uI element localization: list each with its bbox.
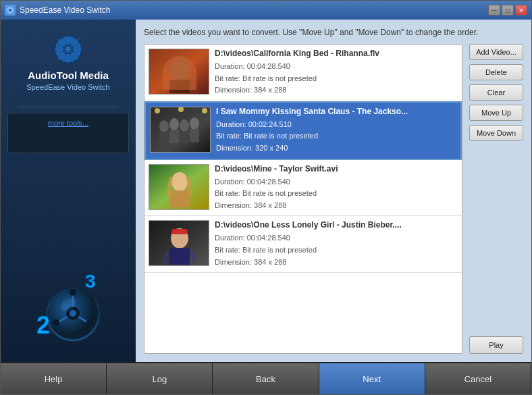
title-bar-text: SpeedEase Video Switch — [5, 5, 111, 16]
add-video-button[interactable]: Add Video... — [469, 44, 523, 60]
video-thumbnail-2 — [149, 164, 209, 210]
app-subtitle: SpeedEase Video Switch — [26, 83, 109, 91]
help-button[interactable]: Help — [1, 363, 107, 394]
panel-body: D:\videos\California King Bed - Rihanna.… — [144, 44, 523, 354]
svg-point-30 — [180, 120, 189, 132]
cancel-button[interactable]: Cancel — [425, 363, 531, 394]
svg-rect-25 — [169, 80, 190, 93]
video-title-3: D:\videos\One Less Lonely Girl - Justin … — [215, 220, 458, 230]
app-title: AudioTool Media — [28, 70, 109, 82]
window-title: SpeedEase Video Switch — [20, 5, 111, 15]
svg-text:3: 3 — [85, 271, 96, 292]
video-bitrate-2: Bit rate: Bit rate is not preseted — [215, 188, 458, 200]
svg-point-31 — [190, 117, 199, 130]
buttons-panel: Add Video... Delete Clear Move Up Move D… — [469, 44, 523, 354]
sidebar: AudioTool Media SpeedEase Video Switch m… — [1, 20, 136, 362]
maximize-button[interactable]: □ — [502, 5, 514, 16]
svg-rect-27 — [151, 107, 211, 153]
app-icon — [5, 5, 16, 16]
video-thumbnail-0 — [149, 49, 209, 95]
svg-point-41 — [171, 172, 188, 191]
video-bitrate-0: Bit rate: Bit rate is not preseted — [215, 73, 458, 85]
video-item-2[interactable]: D:\videos\Mine - Taylor Swift.avi Durati… — [144, 160, 462, 217]
minimize-button[interactable]: ─ — [488, 5, 500, 16]
logo-area: AudioTool Media SpeedEase Video Switch — [7, 26, 129, 101]
svg-point-1 — [9, 9, 11, 11]
video-duration-0: Duration: 00:04:28.540 — [215, 61, 458, 73]
svg-point-24 — [169, 57, 190, 82]
video-info-3: D:\videos\One Less Lonely Girl - Justin … — [215, 220, 458, 268]
video-dimension-0: Dimension: 384 x 288 — [215, 84, 458, 97]
sidebar-divider — [20, 107, 117, 107]
video-duration-3: Duration: 00:04:28.540 — [215, 232, 458, 244]
move-up-button[interactable]: Move Up — [469, 105, 523, 121]
svg-rect-46 — [169, 248, 190, 265]
video-title-1: I Saw Mommy Kissing Santa Claus - The Ja… — [216, 107, 456, 116]
video-duration-2: Duration: 00:04:28.540 — [215, 176, 458, 188]
button-spacer — [469, 145, 523, 332]
log-button[interactable]: Log — [107, 363, 213, 394]
svg-text:2: 2 — [36, 311, 50, 339]
svg-rect-34 — [180, 131, 189, 144]
move-down-button[interactable]: Move Down — [469, 125, 523, 141]
app-logo-icon — [52, 33, 84, 65]
video-item-1[interactable]: I Saw Mommy Kissing Santa Claus - The Ja… — [144, 101, 462, 160]
video-thumbnail-1 — [150, 107, 211, 153]
title-bar: SpeedEase Video Switch ─ □ ✕ — [1, 1, 531, 20]
svg-rect-35 — [190, 129, 199, 142]
clear-button[interactable]: Clear — [469, 84, 523, 101]
svg-point-36 — [155, 108, 160, 113]
play-button[interactable]: Play — [469, 336, 523, 354]
svg-point-28 — [159, 120, 169, 132]
svg-rect-32 — [159, 132, 169, 145]
video-title-2: D:\videos\Mine - Taylor Swift.avi — [215, 164, 458, 174]
right-panel: Select the videos you want to convert. U… — [136, 20, 531, 362]
video-dimension-3: Dimension: 384 x 288 — [215, 257, 458, 269]
film-reel-icon: 2 3 — [24, 261, 112, 348]
bottom-bar: Help Log Back Next Cancel — [1, 362, 531, 394]
svg-rect-42 — [169, 190, 190, 207]
video-list: D:\videos\California King Bed - Rihanna.… — [144, 44, 462, 354]
next-button[interactable]: Next — [319, 363, 425, 394]
sidebar-logo-bottom: 2 3 — [24, 261, 112, 355]
main-window: SpeedEase Video Switch ─ □ ✕ AudioToo — [0, 0, 532, 395]
video-item-0[interactable]: D:\videos\California King Bed - Rihanna.… — [144, 45, 462, 101]
video-dimension-1: Dimension: 320 x 240 — [216, 142, 456, 155]
sidebar-nav: more tools... — [7, 113, 129, 153]
main-content: AudioTool Media SpeedEase Video Switch m… — [1, 20, 531, 362]
video-duration-1: Duration: 00:02:24.510 — [216, 119, 456, 131]
svg-rect-33 — [169, 130, 179, 143]
svg-point-15 — [70, 310, 76, 317]
svg-point-29 — [169, 118, 179, 130]
delete-button[interactable]: Delete — [469, 64, 523, 80]
video-dimension-2: Dimension: 384 x 288 — [215, 200, 458, 212]
more-tools-link[interactable]: more tools... — [11, 116, 126, 130]
video-item-3[interactable]: D:\videos\One Less Lonely Girl - Justin … — [144, 216, 462, 273]
svg-point-17 — [86, 319, 93, 326]
svg-rect-47 — [171, 229, 188, 234]
svg-point-38 — [202, 108, 207, 113]
video-info-0: D:\videos\California King Bed - Rihanna.… — [215, 49, 458, 97]
svg-rect-23 — [149, 49, 209, 95]
video-info-2: D:\videos\Mine - Taylor Swift.avi Durati… — [215, 164, 458, 212]
svg-point-16 — [70, 289, 76, 296]
video-info-1: I Saw Mommy Kissing Santa Claus - The Ja… — [216, 107, 456, 155]
video-thumbnail-3 — [149, 220, 209, 266]
window-controls: ─ □ ✕ — [488, 5, 527, 16]
instruction-text: Select the videos you want to convert. U… — [144, 28, 523, 37]
close-button[interactable]: ✕ — [515, 5, 527, 16]
svg-point-18 — [53, 319, 59, 326]
back-button[interactable]: Back — [213, 363, 319, 394]
video-title-0: D:\videos\California King Bed - Rihanna.… — [215, 49, 458, 58]
video-bitrate-3: Bit rate: Bit rate is not preseted — [215, 244, 458, 257]
video-bitrate-1: Bit rate: Bit rate is not preseted — [216, 130, 456, 142]
